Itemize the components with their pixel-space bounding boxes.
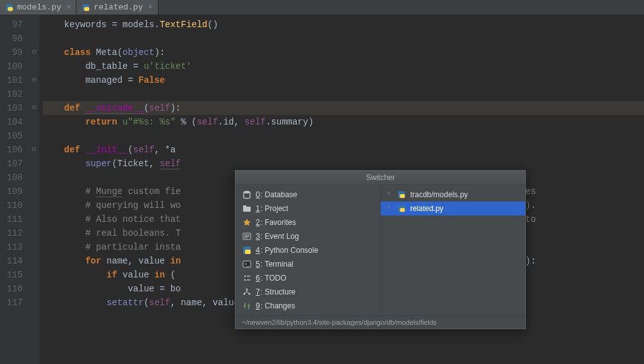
switcher-tool-database[interactable]: 0: Database [236,188,380,202]
code-line[interactable]: keywords = models.TextField() [43,18,644,32]
svg-rect-1 [8,7,13,11]
star-icon [242,217,252,228]
switcher-files-column: *tracdb/models.py*related.py [381,185,525,315]
tab-related[interactable]: related.py × [76,0,158,15]
code-line[interactable]: return u"#%s: %s" % (self.id, self.summa… [43,115,644,129]
switcher-title: Switcher [236,171,525,185]
db-icon [242,190,252,200]
switcher-tool-terminal[interactable]: >_5: Terminal [236,257,380,271]
terminal-icon: >_ [242,259,252,269]
code-line[interactable]: super(Ticket, self [43,157,644,171]
python-file-icon [5,3,14,12]
code-line[interactable] [43,129,644,143]
code-line[interactable]: db_table = u'ticket' [43,59,644,73]
python-file-icon [397,203,407,214]
project-icon [242,203,252,214]
python-file-icon [81,3,90,12]
switcher-popup: Switcher 0: Database1: Project2: Favorit… [235,170,526,329]
switcher-file[interactable]: *related.py [381,202,525,215]
switcher-tool-structure[interactable]: 7: Structure [236,285,380,299]
tab-models[interactable]: models.py × [0,0,76,15]
close-icon[interactable]: × [66,3,71,12]
code-line[interactable]: def __unicode__(self): [43,101,644,115]
switcher-tools-column: 0: Database1: Project2: Favorites3: Even… [236,185,381,315]
changes-icon [242,301,252,311]
svg-point-15 [244,276,246,277]
switcher-tool-python-console[interactable]: 4: Python Console [236,243,380,257]
gutter: 9798991001011021031041051061071081091101… [0,15,29,364]
switcher-tool-changes[interactable]: 9: Changes [236,299,380,313]
code-line[interactable] [43,87,644,101]
switcher-tool-todo[interactable]: 6: TODO [236,271,380,285]
structure-icon [242,287,252,297]
switcher-file[interactable]: *tracdb/models.py [381,188,525,202]
code-line[interactable]: def __init__(self, *a [43,143,644,157]
switcher-tool-project[interactable]: 1: Project [236,202,380,215]
tab-label: related.py [93,3,143,12]
editor-tabs: models.py × related.py × [0,0,644,15]
switcher-path: ~/newven2/lib/python3.4/site-packages/dj… [236,315,525,329]
log-icon [242,231,252,241]
svg-rect-5 [243,207,251,212]
code-line[interactable]: managed = False [43,73,644,87]
close-icon[interactable]: × [148,3,152,12]
svg-rect-25 [400,208,405,212]
svg-rect-6 [243,205,246,207]
code-line[interactable]: class Meta(object): [43,46,644,59]
code-line[interactable] [43,32,644,46]
tab-label: models.py [17,3,61,12]
svg-rect-23 [400,194,405,198]
fold-column: ⊟⊟⊟⊟ [29,15,39,364]
switcher-tool-favorites[interactable]: 2: Favorites [236,215,380,229]
svg-point-16 [244,279,246,281]
svg-point-4 [244,191,250,193]
modified-indicator: * [387,190,390,199]
todo-icon [242,273,252,283]
modified-indicator: * [387,204,390,213]
switcher-tool-event-log[interactable]: 3: Event Log [236,229,380,243]
python-file-icon [397,190,407,200]
svg-rect-12 [245,250,251,254]
svg-text:>_: >_ [244,262,249,267]
svg-rect-3 [85,7,90,11]
pyconsole-icon [242,245,252,255]
